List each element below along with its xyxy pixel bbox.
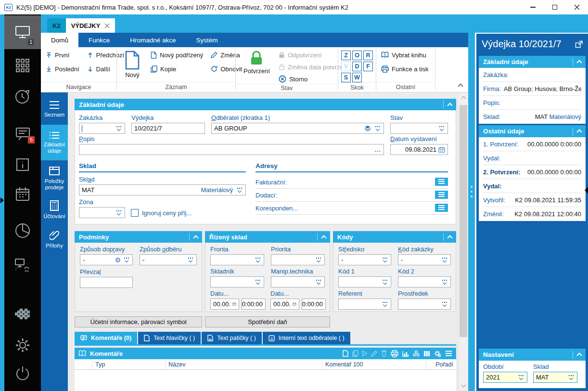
columns-icon[interactable] <box>423 351 430 357</box>
jump-key-d[interactable]: D <box>352 62 362 71</box>
external-link-icon[interactable] <box>575 40 583 48</box>
rail-item-power[interactable] <box>4 364 41 382</box>
rail-item-modules[interactable] <box>4 57 41 74</box>
collapse-section-icon[interactable] <box>447 235 452 240</box>
odberatel-field[interactable]: AB GROUP <box>211 123 384 134</box>
datum-vystaveni-field[interactable]: 09.08.2021 <box>390 144 448 155</box>
sidebar-item-uctovani[interactable]: Účtování <box>41 196 68 224</box>
trash-icon[interactable] <box>381 350 387 357</box>
more-icon[interactable]: ... <box>374 146 381 153</box>
tab-k2[interactable]: K2 <box>47 18 66 33</box>
accounting-info-button[interactable]: Účetní informace, párovací symbol <box>75 316 202 327</box>
last-button[interactable]: Poslední <box>46 64 79 74</box>
manip-technika-field[interactable] <box>271 276 325 287</box>
jump-key-v[interactable]: V <box>341 62 351 71</box>
new-child-button[interactable]: Nový podřízený <box>151 50 203 60</box>
dropdown-icon[interactable] <box>441 258 448 262</box>
sidebar-item-prilohy[interactable]: Přílohy <box>41 224 68 255</box>
rail-item-reports[interactable] <box>4 221 41 240</box>
dropdown-icon[interactable] <box>115 126 122 130</box>
layers-icon[interactable] <box>364 125 371 131</box>
vertical-scrollbar[interactable] <box>458 93 468 390</box>
address-menu-button[interactable] <box>435 191 448 199</box>
dropdown-icon[interactable] <box>236 188 243 192</box>
select-book-button[interactable]: Vybrat knihu <box>381 50 429 60</box>
calendar-small-icon[interactable] <box>293 301 296 307</box>
rail-item-history[interactable] <box>4 87 41 106</box>
dropdown-icon[interactable] <box>187 258 194 262</box>
panel-splitter[interactable] <box>468 33 475 391</box>
rail-item-remote[interactable] <box>4 256 41 275</box>
workflow-icon[interactable] <box>413 350 420 357</box>
menu-funkce[interactable]: Funkce <box>78 33 120 47</box>
collapse-section-icon[interactable] <box>321 235 326 240</box>
skladnik-field[interactable] <box>210 276 264 287</box>
grid-body[interactable] <box>75 370 456 391</box>
collapse-section-icon[interactable] <box>576 352 582 358</box>
prevzal-field[interactable] <box>80 277 133 288</box>
referent-field[interactable] <box>338 299 391 310</box>
sidebar-item-polozky-prodeje[interactable]: Položky prodeje <box>41 160 68 196</box>
rail-item-messages[interactable]: 5 <box>4 124 41 143</box>
rail-item-info[interactable] <box>4 156 41 173</box>
first-button[interactable]: První <box>46 50 79 60</box>
tab-text-paticky[interactable]: Text patičky ( ) <box>202 332 262 344</box>
maximize-button[interactable] <box>544 0 566 14</box>
dropdown-icon[interactable] <box>441 302 448 306</box>
prostredek-field[interactable] <box>398 299 451 310</box>
menu-icon[interactable] <box>445 351 452 356</box>
column-poradi[interactable]: Pořadí <box>426 359 456 369</box>
tab-interni-text[interactable]: a Interní text odběratele ( ) <box>263 332 350 344</box>
address-menu-button[interactable] <box>435 178 448 186</box>
functions-print-button[interactable]: Funkce a tisk <box>381 64 429 74</box>
tab-vydejky[interactable]: VÝDEJKY <box>66 18 115 33</box>
panel-collapse-icon[interactable] <box>585 187 588 194</box>
column-nazev[interactable]: Název <box>165 359 322 369</box>
copy-button[interactable]: Kopie <box>151 64 203 74</box>
jump-key-o[interactable]: O <box>352 51 362 60</box>
pencil-icon[interactable] <box>371 351 377 357</box>
calendar-small-icon[interactable] <box>438 146 445 153</box>
chart-icon[interactable] <box>402 351 409 357</box>
column-komentar[interactable]: Komentář 100 <box>322 359 426 369</box>
sidebar-item-zakladni-udaje[interactable]: Základní údaje <box>41 125 68 160</box>
address-menu-button[interactable] <box>435 204 448 212</box>
dropdown-icon[interactable] <box>438 126 445 130</box>
jump-key-s[interactable]: S <box>341 73 351 82</box>
fronta-field[interactable] <box>210 254 264 265</box>
new-record-icon[interactable] <box>343 350 348 357</box>
priorita-field[interactable] <box>271 254 325 265</box>
collapse-section-icon[interactable] <box>193 235 198 240</box>
rail-item-k2[interactable] <box>4 306 41 322</box>
jump-key-r[interactable]: R <box>363 51 373 60</box>
kod2-field[interactable] <box>398 276 451 287</box>
close-tab-icon[interactable] <box>104 23 110 28</box>
dropdown-icon[interactable] <box>123 258 130 262</box>
gear-search-icon[interactable] <box>434 350 441 357</box>
datum2-time-field[interactable]: 0:00:00 <box>302 299 326 310</box>
collapse-section-icon[interactable] <box>447 103 452 108</box>
stav-field[interactable] <box>390 123 448 134</box>
dropdown-icon[interactable] <box>315 258 322 262</box>
datum2-date-field[interactable]: 00.00. <box>270 299 299 310</box>
rail-item-desktop[interactable]: 1 <box>4 15 41 49</box>
dropdown-icon[interactable] <box>567 375 575 379</box>
dropdown-icon[interactable] <box>254 280 261 284</box>
new-button[interactable]: Nový <box>122 50 143 78</box>
printer-icon[interactable] <box>391 350 398 357</box>
menu-hromadne-akce[interactable]: Hromadné akce <box>120 33 186 47</box>
dropdown-icon[interactable] <box>315 280 322 284</box>
sklad-nastaveni-field[interactable]: MAT <box>533 372 577 383</box>
sidebar-item-seznam[interactable]: Seznam <box>41 94 68 125</box>
dropdown-icon[interactable] <box>381 258 388 262</box>
kod1-field[interactable] <box>338 276 391 287</box>
menu-system[interactable]: Systém <box>186 33 228 47</box>
close-button[interactable] <box>566 0 588 14</box>
rail-item-settings[interactable] <box>4 336 41 354</box>
dropdown-icon[interactable] <box>381 280 388 284</box>
menu-domu[interactable]: Domů <box>41 33 78 47</box>
obdobi-field[interactable]: 2021 <box>483 372 527 383</box>
calendar-small-icon[interactable] <box>232 301 236 307</box>
zakazka-field[interactable] <box>79 123 125 134</box>
play-icon[interactable] <box>362 351 367 356</box>
